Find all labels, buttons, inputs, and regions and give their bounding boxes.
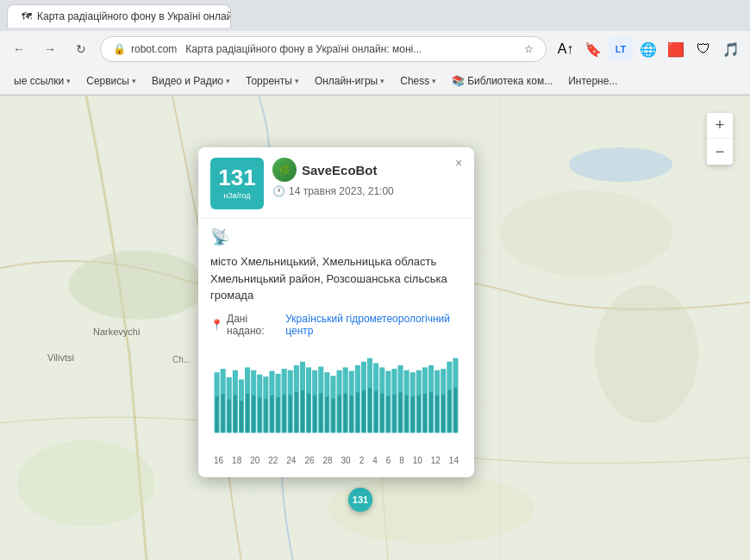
svg-rect-72 — [368, 388, 372, 432]
svg-point-4 — [595, 285, 698, 423]
popup-title-area: 🌿 SaveEcoBot 🕐 14 травня 2023, 21:00 — [272, 158, 462, 197]
tab-bar: 🗺 Карта радіаційного фону в Україні онла… — [0, 0, 750, 31]
data-source-link[interactable]: Український гідрометеорологічний центр — [285, 313, 462, 337]
chart-svg — [210, 347, 462, 451]
lock-icon: 🔒 — [113, 43, 126, 55]
bookmark-label: Сервисы — [86, 75, 129, 87]
popup: 131 нЗв/год 🌿 SaveEcoBot 🕐 14 травня 202… — [198, 147, 474, 477]
svg-rect-52 — [307, 393, 310, 432]
bookmark-games[interactable]: Онлайн-игры ▾ — [308, 72, 391, 90]
svg-point-6 — [17, 440, 155, 526]
bookmark-label: Видео и Радио — [152, 75, 223, 87]
reading-value: 131 — [218, 166, 255, 189]
popup-site-name: SaveEcoBot — [302, 163, 378, 177]
svg-rect-22 — [216, 396, 219, 432]
svg-rect-100 — [453, 388, 457, 432]
sensor-icon-row: 📡 — [210, 227, 462, 246]
library-icon: 📚 — [452, 75, 465, 87]
svg-point-3 — [500, 190, 672, 277]
clock-icon: 🕐 — [272, 185, 285, 197]
bookmark-label: Торренты — [246, 75, 292, 87]
zoom-in-button[interactable]: + — [707, 113, 733, 139]
caret-icon: ▾ — [432, 77, 436, 85]
star-icon[interactable]: ☆ — [524, 43, 534, 55]
chart-label: 8 — [399, 456, 404, 465]
bookmark-label: Chess — [400, 75, 429, 87]
forward-button[interactable]: → — [38, 37, 62, 61]
svg-rect-44 — [283, 394, 286, 432]
svg-text:Ch...: Ch... — [172, 355, 191, 364]
svg-rect-26 — [228, 399, 231, 432]
bookmark-links[interactable]: ые ссылки ▾ — [7, 72, 78, 90]
red-icon[interactable]: 🟥 — [664, 37, 688, 61]
chart-labels: 16182022242628302468101214 — [210, 454, 462, 465]
bookmark-chess[interactable]: Chess ▾ — [393, 72, 443, 90]
zoom-controls: + − — [707, 113, 733, 165]
svg-rect-82 — [398, 392, 402, 432]
location-text: місто Хмельницький, Хмельницька область … — [210, 253, 462, 304]
svg-rect-46 — [289, 395, 292, 432]
map-marker-131[interactable]: 131 — [348, 488, 372, 512]
pin-icon: 📍 — [210, 319, 223, 331]
svg-rect-24 — [222, 394, 225, 432]
location-line3: громада — [210, 289, 253, 302]
zoom-out-button[interactable]: − — [707, 139, 733, 165]
bookmarks-bar: ые ссылки ▾ Сервисы ▾ Видео и Радио ▾ То… — [0, 67, 750, 95]
music-icon[interactable]: 🎵 — [719, 37, 743, 61]
svg-rect-50 — [301, 389, 304, 432]
address-bar-icons: ☆ — [524, 43, 534, 55]
location-line2: Хмельницький район, Розсошанська сільськ… — [210, 272, 447, 285]
text-icon[interactable]: A↑ — [553, 37, 578, 61]
svg-rect-40 — [270, 395, 273, 432]
back-button[interactable]: ← — [7, 37, 31, 61]
bookmark-label: Интерне... — [568, 75, 617, 87]
svg-rect-88 — [417, 395, 421, 432]
caret-icon: ▾ — [66, 77, 71, 85]
svg-rect-94 — [435, 395, 439, 432]
bookmark-internet[interactable]: Интерне... — [561, 72, 624, 90]
address-bar[interactable]: 🔒 robot.com Карта радіаційного фону в Ук… — [100, 36, 547, 62]
location-line1: місто Хмельницький, Хмельницька область — [210, 255, 436, 268]
bookmark-torrents[interactable]: Торренты ▾ — [239, 72, 306, 90]
svg-rect-98 — [447, 389, 451, 432]
chart-label: 2 — [359, 456, 365, 465]
svg-rect-48 — [295, 392, 298, 432]
chart-container: 16182022242628302468101214 — [210, 347, 462, 469]
chart-label: 26 — [304, 456, 314, 465]
chart-label: 4 — [372, 456, 378, 465]
reload-button[interactable]: ↻ — [69, 37, 93, 61]
svg-rect-96 — [441, 394, 445, 432]
logo-circle: 🌿 — [272, 158, 297, 182]
popup-timestamp: 🕐 14 травня 2023, 21:00 — [272, 185, 462, 197]
svg-rect-58 — [325, 396, 328, 432]
chart-label: 18 — [232, 456, 241, 465]
active-tab[interactable]: 🗺 Карта радіаційного фону в Україні онла… — [7, 4, 231, 28]
svg-point-1 — [569, 147, 672, 182]
chart-label: 12 — [431, 456, 441, 465]
tab-title: Карта радіаційного фону в Україні онлайн… — [37, 10, 231, 22]
svg-rect-36 — [258, 397, 261, 432]
map-container[interactable]: Narkevychi Vilivtsi KHMELNYTSKYI OBLAST … — [0, 96, 750, 560]
svg-rect-76 — [380, 393, 384, 432]
bookmark-services[interactable]: Сервисы ▾ — [79, 72, 143, 90]
chart-label: 28 — [322, 456, 332, 465]
caret-icon: ▾ — [226, 77, 230, 85]
caret-icon: ▾ — [380, 77, 384, 85]
bookmark-video[interactable]: Видео и Радио ▾ — [145, 72, 237, 90]
close-button[interactable]: × — [450, 154, 467, 171]
svg-rect-38 — [264, 399, 267, 432]
svg-rect-54 — [313, 395, 316, 432]
svg-rect-84 — [405, 395, 409, 432]
svg-rect-62 — [338, 395, 341, 432]
lt-icon[interactable]: LT — [609, 37, 633, 61]
svg-rect-28 — [234, 395, 237, 432]
shield-icon[interactable]: 🛡 — [691, 37, 716, 61]
svg-rect-56 — [319, 393, 322, 432]
svg-rect-70 — [362, 389, 366, 432]
translate-icon[interactable]: 🌐 — [636, 37, 660, 61]
bookmark-icon[interactable]: 🔖 — [581, 37, 605, 61]
popup-site-logo: 🌿 SaveEcoBot — [272, 158, 462, 182]
timestamp-text: 14 травня 2023, 21:00 — [289, 185, 394, 197]
chart-label: 30 — [341, 456, 351, 465]
bookmark-library[interactable]: 📚 Библиотека ком... — [445, 72, 559, 90]
